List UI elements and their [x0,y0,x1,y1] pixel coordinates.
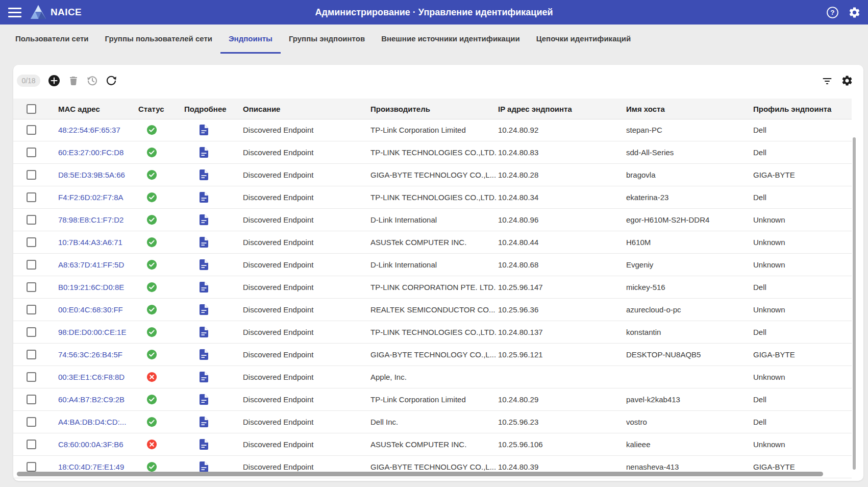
details-document-icon[interactable] [200,461,208,472]
details-document-icon[interactable] [200,282,208,293]
details-document-icon[interactable] [200,259,208,270]
vendor-text: TP-LINK TECHNOLOGIES CO.,LTD. [370,148,498,157]
description-text: Discovered Endpoint [243,328,370,336]
filter-icon[interactable] [821,75,833,87]
column-header-status[interactable]: Статус [138,105,184,113]
mac-address-link[interactable]: F4:F2:6D:02:F7:8A [45,193,138,202]
history-icon[interactable] [86,75,98,87]
details-document-icon[interactable] [200,214,208,225]
select-all-checkbox[interactable] [27,104,36,114]
mac-address-link[interactable]: A8:63:7D:41:FF:5D [45,260,138,269]
details-document-icon[interactable] [200,349,208,360]
row-checkbox[interactable] [27,395,36,404]
row-checkbox[interactable] [27,170,36,180]
row-checkbox[interactable] [27,440,36,449]
row-checkbox[interactable] [27,372,36,382]
ip-address-text: 10.24.80.44 [498,238,626,247]
hostname-text: bragovla [626,171,753,179]
row-checkbox[interactable] [27,282,36,292]
hostname-text: DESKTOP-NU8AQB5 [626,350,753,359]
mac-address-link[interactable]: 98:DE:D0:00:CE:1E [45,328,138,336]
column-header-details[interactable]: Подробнее [184,105,243,113]
document-icon [200,214,208,225]
mac-address-link[interactable]: D8:5E:D3:9B:5A:66 [45,171,138,179]
details-document-icon[interactable] [200,237,208,248]
row-checkbox[interactable] [27,192,36,202]
row-checkbox[interactable] [27,462,36,472]
mac-address-link[interactable]: 10:7B:44:A3:A6:71 [45,238,138,247]
vertical-scrollbar[interactable] [853,137,856,470]
mac-address-link[interactable]: 60:E3:27:00:FC:D8 [45,148,138,157]
mac-address-link[interactable]: 60:A4:B7:B2:C9:2B [45,395,138,404]
row-checkbox[interactable] [27,215,36,225]
profile-text: Dell [753,193,852,202]
description-text: Discovered Endpoint [243,126,370,134]
hostname-text: Evgeniy [626,260,753,269]
row-checkbox[interactable] [27,125,36,135]
row-checkbox[interactable] [27,305,36,314]
delete-icon[interactable] [67,75,80,87]
mac-address-link[interactable]: 74:56:3C:26:B4:5F [45,350,138,359]
menu-icon[interactable] [8,5,22,19]
document-icon [200,461,208,472]
help-icon[interactable]: ? [826,6,839,19]
ip-address-text: 10.25.96.121 [498,350,626,359]
status-icon [146,192,157,203]
row-checkbox[interactable] [27,148,36,157]
tab-identity-chains[interactable]: Цепочки идентификаций [528,25,639,54]
top-app-bar: NAICE Администрирование · Управление иде… [0,0,868,25]
tab-network-user-groups[interactable]: Группы пользователей сети [97,25,220,54]
hostname-text: vostro [626,418,753,426]
details-document-icon[interactable] [200,304,208,315]
vendor-text: TP-LINK TECHNOLOGIES CO.,LTD. [370,193,498,202]
mac-address-link[interactable]: A4:BA:DB:D4:CD:... [45,418,138,426]
settings-icon[interactable] [848,6,861,19]
column-header-description[interactable]: Описание [243,105,370,113]
row-checkbox[interactable] [27,417,36,427]
column-header-vendor[interactable]: Производитель [370,105,498,113]
profile-text: Unknown [753,215,852,224]
details-document-icon[interactable] [200,192,208,203]
add-icon[interactable] [48,75,60,87]
profile-text: Unknown [753,305,852,314]
horizontal-scrollbar[interactable] [17,472,823,476]
vendor-text: TP-LINK TECHNOLOGIES CO.,LTD. [370,328,498,336]
refresh-icon[interactable] [105,75,117,87]
tab-external-identity-sources[interactable]: Внешние источники идентификации [373,25,528,54]
tab-endpoints[interactable]: Эндпоинты [220,25,281,54]
column-header-hostname[interactable]: Имя хоста [626,105,753,113]
details-document-icon[interactable] [200,439,208,450]
mac-address-link[interactable]: 00:E0:4C:68:30:FF [45,305,138,314]
column-header-mac[interactable]: MAC адрес [45,105,138,113]
details-document-icon[interactable] [200,169,208,180]
vendor-text: ASUSTek COMPUTER INC. [370,440,498,449]
mac-address-link[interactable]: 78:98:E8:C1:F7:D2 [45,215,138,224]
column-header-ip[interactable]: IP адрес эндпоинта [498,105,626,113]
hostname-text: mickey-516 [626,283,753,291]
ip-address-text: 10.24.80.29 [498,395,626,404]
mac-address-link[interactable]: B0:19:21:6C:D0:8E [45,283,138,291]
table-row: 78:98:E8:C1:F7:D2 Discovered Endpoint D-… [13,209,852,231]
details-document-icon[interactable] [200,417,208,427]
row-checkbox[interactable] [27,350,36,359]
row-checkbox[interactable] [27,237,36,247]
mac-address-link[interactable]: 18:C0:4D:7E:E1:49 [45,462,138,471]
table-settings-icon[interactable] [841,75,853,87]
mac-address-link[interactable]: C8:60:00:0A:3F:B6 [45,440,138,449]
details-document-icon[interactable] [200,147,208,158]
row-checkbox[interactable] [27,260,36,270]
table-row: A4:BA:DB:D4:CD:... Discovered Endpoint D… [13,411,852,433]
tab-endpoint-groups[interactable]: Группы эндпоинтов [281,25,373,54]
details-document-icon[interactable] [200,125,208,135]
mac-address-link[interactable]: 00:3E:E1:C6:F8:8D [45,373,138,381]
mac-address-link[interactable]: 48:22:54:6F:65:37 [45,126,138,134]
column-header-profile[interactable]: Профиль эндпоинта [753,105,852,113]
tab-network-users[interactable]: Пользователи сети [7,25,97,54]
details-document-icon[interactable] [200,394,208,405]
status-icon [146,417,157,427]
table-row: C8:60:00:0A:3F:B6 Discovered Endpoint AS… [13,433,852,456]
details-document-icon[interactable] [200,327,208,337]
profile-text: Dell [753,148,852,157]
details-document-icon[interactable] [200,372,208,382]
row-checkbox[interactable] [27,327,36,337]
